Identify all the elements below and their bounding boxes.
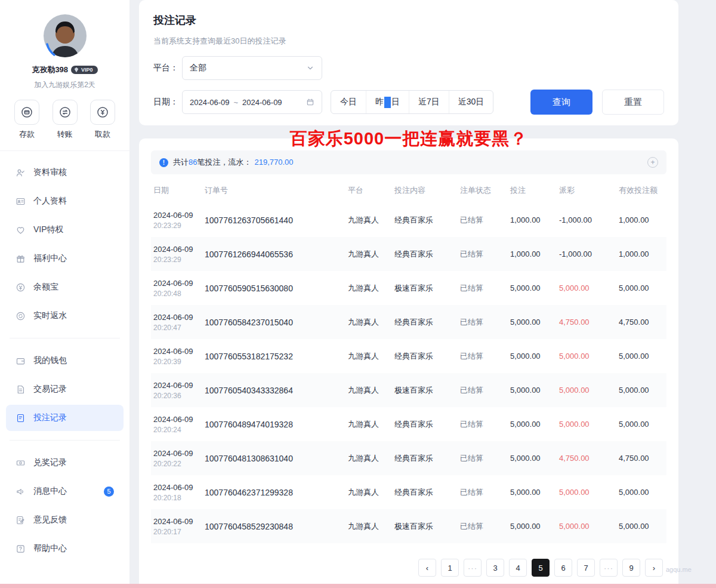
sidebar-item-vip-privileges[interactable]: VIP特权 bbox=[6, 217, 124, 243]
platform-row: 平台： 全部 bbox=[153, 56, 664, 80]
sidebar-item-message-center[interactable]: 消息中心5 bbox=[6, 478, 124, 504]
query-button[interactable]: 查询 bbox=[530, 90, 592, 115]
chevron-down-icon bbox=[306, 64, 314, 72]
cell-order-no: 1007761266944065536 bbox=[202, 237, 345, 271]
date-end: 2024-06-09 bbox=[242, 98, 282, 107]
cell-bet-content: 经典百家乐 bbox=[392, 237, 458, 271]
cell-payout: 5,000.00 bbox=[557, 271, 616, 305]
cell-date: 2024-06-0920:20:17 bbox=[151, 509, 202, 543]
next-page-button[interactable]: › bbox=[645, 559, 663, 577]
sidebar-item-profile-review[interactable]: 资料审核 bbox=[6, 159, 124, 186]
cell-bet-content: 经典百家乐 bbox=[392, 475, 458, 509]
sidebar-item-my-wallet[interactable]: 我的钱包 bbox=[6, 347, 124, 374]
summary-bar: ! 共计86笔投注，流水：219,770.00 + bbox=[151, 150, 666, 174]
quick-action-transfer[interactable]: 转账 bbox=[53, 100, 78, 140]
column-header: 投注内容 bbox=[392, 178, 458, 203]
menu-divider bbox=[10, 338, 120, 338]
sidebar-item-label: 我的钱包 bbox=[33, 355, 67, 366]
cell-bet-amount: 5,000.00 bbox=[508, 305, 557, 339]
ellipsis-pages-button[interactable]: ··· bbox=[464, 559, 482, 577]
quick-action-label: 取款 bbox=[95, 129, 110, 140]
cell-bet-amount: 5,000.00 bbox=[508, 475, 557, 509]
sidebar-item-realtime-rebate[interactable]: 实时返水 bbox=[6, 303, 124, 329]
table-header-row: 日期订单号平台投注内容注单状态投注派彩有效投注额 bbox=[151, 178, 666, 203]
cell-platform: 九游真人 bbox=[345, 441, 392, 475]
sidebar-item-welfare-center[interactable]: 福利中心 bbox=[6, 245, 124, 272]
cell-valid-bet: 5,000.00 bbox=[616, 509, 666, 543]
cell-bet-content: 经典百家乐 bbox=[392, 441, 458, 475]
page-button-1[interactable]: 1 bbox=[441, 559, 459, 577]
cell-date: 2024-06-0920:20:48 bbox=[151, 271, 202, 305]
cell-platform: 九游真人 bbox=[345, 475, 392, 509]
filter-last-7-days[interactable]: 近7日 bbox=[409, 91, 449, 113]
column-header: 注单状态 bbox=[458, 178, 508, 203]
cell-bet-amount: 1,000.00 bbox=[508, 237, 557, 271]
quick-action-withdraw[interactable]: 取款 bbox=[90, 100, 115, 140]
filter-yesterday[interactable]: 昨日 bbox=[366, 91, 409, 113]
column-header: 投注 bbox=[508, 178, 557, 203]
records-card: ! 共计86笔投注，流水：219,770.00 + 日期订单号平台投注内容注单状… bbox=[139, 138, 678, 588]
cell-valid-bet: 4,750.00 bbox=[616, 441, 666, 475]
pagination: ‹1···34567···9› bbox=[151, 559, 666, 577]
cell-date: 2024-06-0920:20:39 bbox=[151, 339, 202, 373]
cell-bet-content: 极速百家乐 bbox=[392, 509, 458, 543]
date-separator: ~ bbox=[234, 98, 239, 107]
vip-badge[interactable]: VIP0 bbox=[71, 66, 98, 74]
sidebar-item-label: 意见反馈 bbox=[33, 515, 67, 525]
filter-today[interactable]: 今日 bbox=[331, 91, 366, 113]
table-row: 2024-06-0920:20:471007760584237015040九游真… bbox=[151, 305, 666, 339]
cell-order-no: 1007760489474019328 bbox=[202, 407, 345, 441]
cell-payout: 5,000.00 bbox=[557, 339, 616, 373]
date-range-input[interactable]: 2024-06-09 ~ 2024-06-09 bbox=[182, 90, 322, 114]
page-button-4[interactable]: 4 bbox=[509, 559, 527, 577]
prize-icon bbox=[16, 458, 26, 468]
sidebar-item-transaction-records[interactable]: 交易记录 bbox=[6, 376, 124, 402]
table-row: 2024-06-0920:20:361007760540343332864九游真… bbox=[151, 373, 666, 407]
expand-icon[interactable]: + bbox=[647, 157, 658, 168]
ellipsis-pages-button[interactable]: ··· bbox=[600, 559, 618, 577]
reset-button[interactable]: 重置 bbox=[602, 90, 664, 115]
cell-payout: 4,750.00 bbox=[557, 441, 616, 475]
sidebar-item-label: 个人资料 bbox=[33, 196, 67, 207]
sidebar-item-help-center[interactable]: 帮助中心 bbox=[6, 535, 124, 562]
page-button-3[interactable]: 3 bbox=[486, 559, 504, 577]
page-button-6[interactable]: 6 bbox=[554, 559, 572, 577]
cell-status: 已结算 bbox=[458, 373, 508, 407]
sidebar-item-balance-treasure[interactable]: 余额宝 bbox=[6, 274, 124, 300]
date-start: 2024-06-09 bbox=[190, 98, 230, 107]
bet-records-table: 日期订单号平台投注内容注单状态投注派彩有效投注额 2024-06-0920:23… bbox=[151, 178, 666, 543]
platform-select[interactable]: 全部 bbox=[182, 56, 322, 80]
table-row: 2024-06-0920:20:181007760462371299328九游真… bbox=[151, 475, 666, 509]
sidebar-item-personal-info[interactable]: 个人资料 bbox=[6, 188, 124, 214]
cell-bet-amount: 5,000.00 bbox=[508, 373, 557, 407]
quick-actions: 存款转账取款 bbox=[0, 90, 129, 151]
audit-icon bbox=[16, 168, 26, 178]
filter-card: 投注记录 当前系统支持查询最近30日的投注记录 平台： 全部 日期： 2024-… bbox=[139, 0, 678, 125]
sidebar-item-feedback[interactable]: 意见反馈 bbox=[6, 507, 124, 533]
cell-bet-amount: 5,000.00 bbox=[508, 271, 557, 305]
column-header: 派彩 bbox=[557, 178, 616, 203]
sidebar-item-bet-records[interactable]: 投注记录 bbox=[6, 405, 124, 431]
page-button-5[interactable]: 5 bbox=[532, 559, 550, 577]
cell-bet-content: 经典百家乐 bbox=[392, 305, 458, 339]
table-row: 2024-06-0920:20:171007760458529230848九游真… bbox=[151, 509, 666, 543]
cell-payout: -1,000.00 bbox=[557, 203, 616, 237]
avatar bbox=[42, 13, 88, 59]
cell-bet-amount: 5,000.00 bbox=[508, 441, 557, 475]
cell-status: 已结算 bbox=[458, 407, 508, 441]
page-button-7[interactable]: 7 bbox=[577, 559, 595, 577]
filter-last-30-days[interactable]: 近30日 bbox=[449, 91, 493, 113]
cell-date: 2024-06-0920:20:18 bbox=[151, 475, 202, 509]
prev-page-button[interactable]: ‹ bbox=[418, 559, 436, 577]
column-header: 订单号 bbox=[202, 178, 345, 203]
sidebar-item-prize-records[interactable]: 兑奖记录 bbox=[6, 450, 124, 476]
cell-status: 已结算 bbox=[458, 441, 508, 475]
page-button-9[interactable]: 9 bbox=[622, 559, 640, 577]
unread-badge: 5 bbox=[104, 487, 114, 497]
cell-platform: 九游真人 bbox=[345, 407, 392, 441]
turnover-amount: 219,770.00 bbox=[254, 158, 293, 167]
message-icon bbox=[16, 487, 26, 497]
cell-bet-content: 经典百家乐 bbox=[392, 339, 458, 373]
quick-action-deposit[interactable]: 存款 bbox=[14, 100, 39, 140]
cell-platform: 九游真人 bbox=[345, 237, 392, 271]
